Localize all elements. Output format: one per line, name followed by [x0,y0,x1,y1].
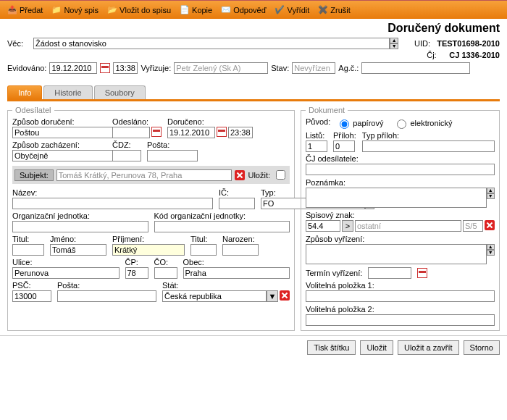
ulice-input[interactable] [12,267,120,279]
nazev-input[interactable] [12,198,213,209]
evidovano-time-input[interactable] [113,62,138,74]
new-folder-icon: 📁 [51,5,62,15]
calendar-icon[interactable] [217,127,227,137]
poznamka-spinner[interactable]: ▲▼ [487,188,495,208]
clear-spisznak-icon[interactable] [485,220,495,230]
vec-input[interactable] [33,38,390,49]
spisznak-desc [355,220,461,232]
tab-soubory[interactable]: Soubory [94,85,146,99]
posta2-label: Pošta: [57,281,156,290]
zpusob-doruceni-select[interactable] [12,127,117,138]
cdz-input[interactable] [112,150,141,161]
vyridit-label: Vyřídit [287,6,309,14]
zpusob-zachazeni-select[interactable] [12,150,117,161]
subjekt-button[interactable]: Subjekt: [14,169,54,181]
vyridit-button[interactable]: ✔️Vyřídit [270,4,314,17]
spisznak-label: Spisový znak: [306,211,495,219]
cp-input[interactable] [125,267,148,279]
novy-spis-label: Nový spis [64,6,99,14]
spisznak-browse-button[interactable]: > [342,220,353,232]
predat-button[interactable]: 📤Předat [3,4,47,17]
calendar-icon[interactable] [417,268,427,278]
kodorg-input[interactable] [154,221,290,232]
subjekt-input [56,169,232,181]
predat-label: Předat [20,6,43,14]
puvod-elektronicky-radio[interactable] [397,119,406,129]
typ-priloh-input[interactable] [362,140,495,152]
cj-value: CJ 1336-2010 [449,51,500,59]
prijmeni-input[interactable] [112,244,185,256]
titul-input[interactable] [12,244,44,256]
tab-info[interactable]: Info [7,85,42,99]
stav-input [292,62,335,74]
odpoved-button[interactable]: ✉️Odpověď [217,4,270,17]
tab-bar: Info Historie Soubory [7,85,500,101]
odeslano-input[interactable] [112,127,150,138]
doruceno-date-input[interactable] [167,127,215,138]
posta-input[interactable] [147,150,198,161]
poznamka-label: Poznámka: [306,178,495,187]
orgjedn-input[interactable] [12,221,148,232]
ulozit-checkbox[interactable] [276,170,285,180]
kopie-label: Kopie [192,6,212,14]
psc-input[interactable] [12,290,51,302]
vol1-input[interactable] [306,290,495,302]
poznamka-textarea[interactable] [306,188,487,208]
orgjedn-label: Organizační jednotka: [12,211,148,220]
evidovano-date-input[interactable] [49,62,97,74]
narozen-input[interactable] [222,244,259,256]
stat-select[interactable] [162,290,267,302]
zrusit-label: Zrušit [330,6,351,14]
vec-spinner[interactable]: ▲▼ [390,38,398,49]
obec-input[interactable] [183,267,290,279]
calendar-icon[interactable] [100,63,110,73]
posta2-input[interactable] [57,290,156,302]
ulozit-button[interactable]: Uložit [360,340,393,355]
ulozit-zavrit-button[interactable]: Uložit a zavřít [398,340,459,355]
clear-stat-icon[interactable] [280,290,290,301]
termin-vyr-label: Termín vyřízení: [306,269,362,277]
zpusob-zachazeni-label: Způsob zacházení: [12,140,106,149]
zpusob-doruceni-label: Způsob doručení: [12,117,106,126]
cj-odes-input[interactable] [306,164,495,175]
novy-spis-button[interactable]: 📁Nový spis [47,4,103,17]
puvod-papir-label: papírový [353,119,383,127]
spisznak-input[interactable] [306,220,340,232]
jmeno-input[interactable] [50,244,106,256]
vol2-input[interactable] [306,314,495,326]
doruceno-time-input[interactable] [228,127,253,138]
cancel-icon: ✖️ [318,5,328,15]
posta-label: Pošta: [147,140,198,149]
ic-label: IČ: [219,188,255,197]
dropdown-icon[interactable]: ▼ [267,290,278,302]
ulozit-checkbox-label: Uložit: [248,171,270,180]
co-input[interactable] [154,267,177,279]
vlozit-spis-button[interactable]: 📂Vložit do spisu [103,4,175,17]
priloh-input[interactable] [333,140,355,152]
kopie-button[interactable]: 📄Kopie [175,4,217,17]
ic-input[interactable] [219,198,255,209]
co-label: ČO: [154,258,177,266]
dokument-legend: Dokument [306,106,348,114]
zrusit-button[interactable]: ✖️Zrušit [314,4,355,17]
zpusob-vyr-textarea[interactable] [306,244,487,264]
tab-historie[interactable]: Historie [43,85,92,99]
odpoved-label: Odpověď [233,6,266,14]
clear-subjekt-icon[interactable] [235,170,245,180]
narozen-label: Narozen: [222,235,259,243]
listu-label: Listů: [306,131,327,140]
vyrizuje-input [174,62,268,74]
storno-button[interactable]: Storno [464,340,500,355]
uid-label: UID: [414,39,435,48]
titul2-input[interactable] [190,244,217,256]
puvod-papirovy-radio[interactable] [340,119,349,129]
forward-icon: 📤 [7,5,17,15]
dokument-fieldset: Dokument Původ: papírový elektronický Li… [301,106,500,331]
tisk-stitku-button[interactable]: Tisk štítku [307,340,356,355]
agc-input[interactable] [361,62,470,74]
listu-input[interactable] [306,140,327,152]
zpusob-vyr-spinner[interactable]: ▲▼ [487,244,495,264]
termin-vyr-input[interactable] [368,267,411,279]
calendar-icon[interactable] [151,127,162,137]
reply-icon: ✉️ [221,5,231,15]
